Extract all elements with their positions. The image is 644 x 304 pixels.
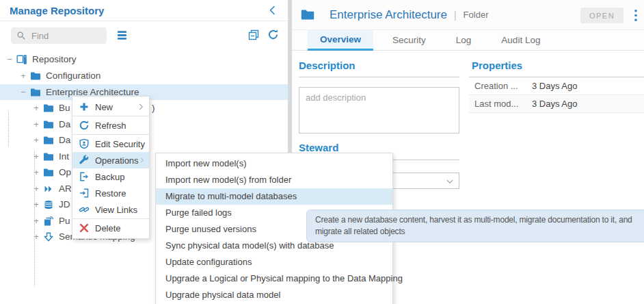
context-menu-item[interactable]: Operations	[72, 152, 149, 168]
backup-icon	[79, 171, 90, 182]
submenu-item[interactable]: Migrate to multi-model databases	[156, 188, 392, 205]
property-label: Creation ...	[474, 81, 532, 91]
menu-lines-icon[interactable]	[116, 29, 128, 41]
context-menu-item-label: Operations	[95, 155, 139, 166]
properties-heading: Properties	[472, 60, 522, 71]
tree-toolbar	[0, 21, 288, 50]
arrow-down-outline-icon	[43, 231, 54, 242]
tree-expander-plus[interactable]: +	[32, 151, 40, 162]
tree-expander-plus[interactable]: +	[32, 183, 40, 194]
context-menu-item-label: Restore	[95, 188, 126, 199]
search-box[interactable]	[11, 27, 107, 44]
tree-expander-plus[interactable]: +	[32, 216, 40, 226]
tree-expander-plus[interactable]: +	[32, 167, 40, 177]
tree-expander-plus[interactable]: +	[19, 71, 27, 81]
property-value: 3 Days Ago	[532, 81, 644, 91]
folder-icon	[43, 167, 54, 178]
folder-icon	[43, 135, 54, 146]
tree-row-label: Int	[59, 151, 69, 162]
tree-expander-minus[interactable]: −	[19, 87, 27, 97]
context-menu-item[interactable]: Refresh	[72, 117, 149, 134]
tree-expander-plus[interactable]: +	[32, 103, 40, 113]
context-menu-item[interactable]: View Links	[72, 201, 149, 218]
submenu-item[interactable]: Upgrade a Logical or Physical mapping to…	[156, 270, 392, 287]
properties-table: Creation ...3 Days AgoLast mod...3 Days …	[469, 77, 644, 113]
submenu-item[interactable]: Import new model(s)	[156, 155, 392, 172]
context-menu: NewRefreshEdit SecurityOperationsBackupR…	[72, 96, 150, 239]
menu-separator	[72, 218, 149, 219]
refresh-icon[interactable]	[267, 29, 279, 40]
server-icon	[16, 54, 27, 65]
tree-row-label: Da	[59, 135, 70, 145]
tree-row-label: Pu	[59, 216, 70, 226]
links-icon	[79, 204, 90, 215]
menu-separator	[72, 116, 149, 116]
tab-security[interactable]: Security	[381, 30, 437, 51]
delete-icon	[79, 223, 90, 233]
tree-expander-plus[interactable]: +	[32, 231, 40, 242]
menu-separator	[72, 134, 149, 135]
layers-icon	[43, 216, 54, 227]
tree-expander-plus[interactable]: +	[32, 199, 40, 210]
tree-row-label: Op	[59, 167, 71, 177]
double-arrow-icon	[43, 183, 54, 194]
wrench-icon	[79, 155, 90, 166]
context-menu-item[interactable]: Edit Security	[72, 136, 149, 152]
tab-bar: OverviewSecurityLogAudit Log	[292, 30, 644, 51]
chevron-left-icon[interactable]	[267, 5, 278, 16]
context-menu-item-label: New	[95, 102, 113, 112]
collapse-all-icon[interactable]	[248, 29, 259, 40]
chevron-right-icon	[139, 156, 145, 164]
object-type-label: Folder	[464, 10, 489, 20]
context-menu-item-label: Backup	[95, 172, 124, 182]
tree-row[interactable]: +Configuration	[0, 68, 288, 84]
chevron-right-icon	[137, 103, 145, 111]
title-separator: |	[454, 10, 457, 21]
tree-row-label-suffix: )	[152, 103, 155, 113]
tab-overview[interactable]: Overview	[308, 30, 373, 51]
context-menu-item[interactable]: Backup	[72, 168, 149, 185]
page-title: Enterprise Architecture	[330, 8, 447, 22]
tree-row[interactable]: −Repository	[0, 51, 288, 67]
submenu-item[interactable]: Import new model(s) from folder	[156, 172, 392, 188]
open-button[interactable]: OPEN	[580, 8, 623, 23]
tree-row-label: Configuration	[46, 71, 100, 81]
chevron-down-icon	[446, 177, 454, 186]
search-input[interactable]	[30, 30, 101, 42]
steward-heading: Steward	[299, 142, 338, 153]
folder-icon	[43, 119, 54, 130]
tree-row-label: Repository	[32, 54, 77, 64]
tree-expander-minus[interactable]: −	[5, 54, 14, 64]
tree-row-label: Da	[59, 119, 70, 129]
context-menu-item[interactable]: Delete	[72, 220, 149, 236]
panel-title: Manage Repository	[10, 5, 104, 16]
tree-row-label: AR	[59, 183, 72, 194]
context-menu-item-label: Delete	[95, 223, 121, 233]
tree-row-label: Bu	[59, 103, 70, 113]
context-menu-item-label: View Links	[95, 205, 137, 215]
context-menu-item-label: Refresh	[95, 121, 126, 131]
folder-icon	[43, 103, 54, 114]
detail-header: Enterprise Architecture | Folder OPEN	[292, 0, 644, 30]
context-menu-item[interactable]: New	[72, 99, 149, 115]
search-icon	[16, 31, 26, 40]
folder-icon	[30, 71, 41, 81]
plus-icon	[79, 101, 90, 112]
tree-row-label: JD	[59, 199, 70, 210]
submenu-item[interactable]: Update configurations	[156, 254, 392, 270]
tree-expander-plus[interactable]: +	[32, 135, 40, 145]
property-row: Creation ...3 Days Ago	[469, 77, 644, 95]
context-menu-item[interactable]: Restore	[72, 185, 149, 201]
description-textarea[interactable]	[299, 87, 459, 134]
property-value: 3 Days Ago	[532, 99, 644, 109]
property-row: Last mod...3 Days Ago	[469, 95, 644, 113]
tree-expander-plus[interactable]: +	[32, 119, 40, 129]
operation-tooltip: Create a new database content, harvest i…	[306, 210, 644, 242]
panel-header: Manage Repository	[0, 0, 288, 21]
submenu-item[interactable]: Upgrade physical data model	[156, 287, 392, 303]
folder-icon	[299, 8, 317, 22]
tab-log[interactable]: Log	[445, 30, 483, 51]
kebab-icon[interactable]	[634, 9, 638, 22]
tab-audit-log[interactable]: Audit Log	[490, 30, 551, 51]
refresh-icon	[79, 120, 90, 131]
